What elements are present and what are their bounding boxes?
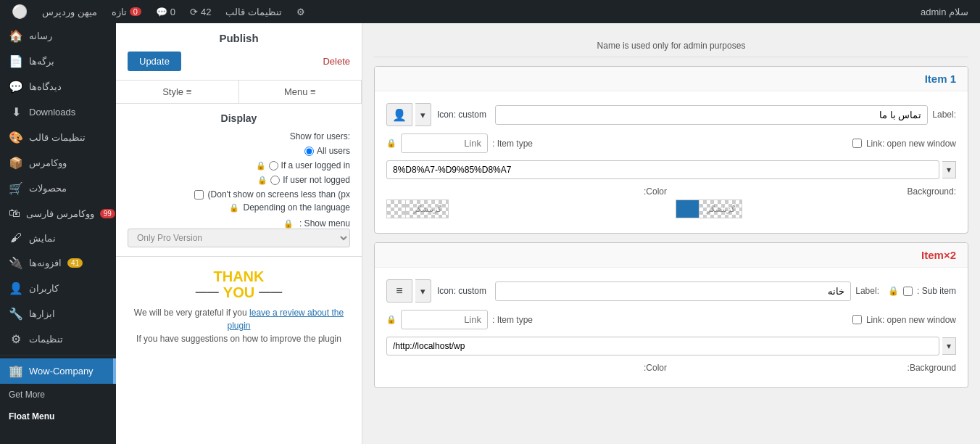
item-1-new-window-row: Link: open new window — [852, 139, 956, 149]
site-name[interactable]: میهن وردپرس — [36, 7, 103, 17]
item-1-bg-checker[interactable]: گزینشگر — [699, 200, 742, 218]
item-2-type-group: 🔒 : Item type — [386, 310, 844, 329]
wp-logo[interactable]: ⚪ — [6, 4, 33, 20]
info-bar: Name is used only for admin purposes — [374, 35, 968, 57]
item-1-type-input[interactable] — [401, 133, 488, 153]
sidebar-item-wow[interactable]: 🏢 Wow-Company — [0, 358, 116, 384]
sidebar-item-products[interactable]: 🛒 محصولات — [0, 176, 116, 201]
new-content[interactable]: تازه 0 — [106, 7, 147, 17]
item-2-icon-dropdown[interactable]: ▾ — [415, 279, 431, 303]
sidebar-label-theme: تنظیمات قالب — [29, 132, 86, 143]
update-button[interactable]: Update — [128, 52, 181, 71]
left-panel: Publish Update Delete Style ≡ Menu ≡ Dis… — [116, 23, 362, 444]
style-tab[interactable]: Style ≡ — [116, 81, 239, 103]
item-2-bg-label-group: :Background — [676, 363, 956, 373]
item-1-color-label: :Color — [386, 186, 667, 197]
sidebar-item-theme[interactable]: 🎨 تنظیمات قالب — [0, 125, 116, 150]
item-card-1: Item 1 👤 ▾ Icon: custom — [374, 66, 968, 234]
if-logged-radio[interactable] — [269, 161, 278, 170]
item-1-color-text[interactable]: گزینشگر — [405, 200, 449, 218]
delete-link[interactable]: Delete — [323, 56, 350, 67]
sidebar-label-comments: دیدگاه‌ها — [29, 81, 62, 92]
sidebar-label-wow: Wow-Company — [29, 366, 94, 377]
item-1-color-group: :Color گزینشگر — [386, 186, 667, 218]
if-not-logged-label[interactable]: 🔒 If user not logged — [257, 175, 350, 185]
new-count: 0 — [130, 7, 141, 16]
language-row: 🔒 Depending on the language — [128, 202, 350, 213]
item-1-icon-dropdown[interactable]: ▾ — [415, 103, 431, 126]
sub-item-checkbox[interactable] — [903, 287, 913, 296]
menu-tab[interactable]: Menu ≡ — [239, 81, 362, 103]
item-1-icon-btn[interactable]: 👤 — [386, 103, 412, 126]
item-1-label-input[interactable] — [495, 105, 928, 125]
item-2-icon-label: Icon: custom — [437, 286, 486, 296]
item-1-bg-blue[interactable] — [676, 200, 699, 218]
item-2-url-input[interactable] — [386, 337, 939, 355]
settings-icon: ⚙ — [9, 332, 23, 346]
style-menu-bar: Style ≡ Menu ≡ — [116, 81, 362, 104]
show-for-users-label: Show for users: — [290, 131, 350, 141]
sidebar-item-settings[interactable]: ⚙ تنظیمات — [0, 326, 116, 352]
item-1-color-swatch[interactable]: گزینشگر — [386, 200, 667, 218]
sidebar-item-woocommerce[interactable]: 📦 ووکامرس — [0, 150, 116, 176]
item-2-url-arrow[interactable]: ▾ — [942, 337, 956, 355]
item-2-type-row: 🔒 : Item type Link: open new window — [386, 310, 956, 329]
all-users-row: All users — [128, 146, 350, 156]
sidebar-item-tools[interactable]: 🔧 ابزارها — [0, 301, 116, 326]
item-2-new-window-row: Link: open new window — [852, 315, 956, 325]
dont-show-label: (Don't show on screens less than (px — [208, 189, 350, 200]
item-2-new-window-checkbox[interactable] — [852, 315, 862, 324]
dont-show-checkbox[interactable] — [194, 190, 204, 200]
sidebar-label-products: محصولات — [29, 183, 67, 194]
comments-link[interactable]: 💬 0 — [150, 7, 181, 17]
all-users-label[interactable]: All users — [304, 146, 350, 156]
item-1-bg-label: Background: — [676, 186, 956, 197]
item-2-color-label-group: :Color — [386, 363, 667, 373]
home-icon: 🏠 — [9, 29, 23, 43]
theme-icon: 🎨 — [9, 131, 23, 144]
sidebar-float-menu[interactable]: Float Menu — [0, 406, 116, 427]
if-logged-label[interactable]: 🔒 If a user logged in — [256, 160, 350, 170]
publish-actions: Update Delete — [128, 52, 350, 71]
sidebar-item-users[interactable]: 👤 کاربران — [0, 276, 116, 301]
wow-icon: 🏢 — [9, 364, 23, 378]
item-2-type-label: : Item type — [492, 315, 533, 325]
pro-version-select[interactable]: Only Pro Version — [128, 229, 350, 247]
dont-show-row: (Don't show on screens less than (px — [128, 189, 350, 200]
updates-link[interactable]: ⟳ 42 — [184, 7, 217, 17]
sidebar-get-more[interactable]: Get More — [0, 384, 116, 406]
theme-settings-link[interactable]: تنظیمات قالب — [220, 7, 288, 17]
item-1-new-window-checkbox[interactable] — [852, 139, 862, 148]
item-2-icon-btn[interactable]: ≡ — [386, 279, 412, 303]
sidebar-item-dashboard[interactable]: 🏠 رسانه — [0, 23, 116, 49]
page-wrap: 🏠 رسانه 📄 برگه‌ها 💬 دیدگاه‌ها ⬇ Download… — [0, 23, 980, 444]
theme-settings-icon[interactable]: ⚙ — [291, 7, 311, 17]
sidebar-label-users: کاربران — [29, 283, 59, 294]
admin-bar-right: ⚪ میهن وردپرس تازه 0 💬 0 ⟳ 42 تنظیمات قا… — [6, 4, 311, 20]
sub-item-row: 🔒 : Sub item — [888, 286, 956, 296]
admin-bar-left: admin سلام — [915, 7, 974, 17]
all-users-radio[interactable] — [304, 147, 314, 156]
appearance-icon: 🖌 — [9, 231, 23, 244]
thank-title: THANK —— YOU —— — [128, 268, 350, 300]
sidebar-item-posts[interactable]: 📄 برگه‌ها — [0, 49, 116, 74]
item-card-2: Item×2 ≡ ▾ Icon: custom — [374, 242, 968, 388]
sidebar-item-comments[interactable]: 💬 دیدگاه‌ها — [0, 74, 116, 99]
sidebar-label-appearance: نمایش — [29, 233, 56, 244]
item-1-color-checker[interactable] — [386, 200, 405, 218]
admin-name[interactable]: admin سلام — [915, 7, 974, 17]
item-2-label-input[interactable] — [495, 281, 851, 301]
item-1-url-input[interactable] — [386, 160, 939, 179]
sidebar-item-appearance[interactable]: 🖌 نمایش — [0, 226, 116, 250]
sub-item-lock-icon: 🔒 — [888, 286, 899, 296]
sidebar-item-plugins[interactable]: 🔌 افزونه‌ها 41 — [0, 250, 116, 276]
item-1-bg-swatch[interactable]: گزینشگر — [676, 200, 956, 218]
sidebar-item-woo-fa[interactable]: 🛍 ووکامرس فارسی 99 — [0, 201, 116, 226]
item-1-url-arrow[interactable]: ▾ — [942, 161, 956, 178]
item-2-type-input[interactable] — [401, 310, 488, 329]
sidebar-label-posts: برگه‌ها — [29, 56, 54, 67]
item-1-icon-picker: 👤 ▾ Icon: custom — [386, 103, 486, 126]
if-not-logged-radio[interactable] — [270, 176, 280, 185]
sidebar-item-downloads[interactable]: ⬇ Downloads — [0, 99, 116, 125]
sidebar-label-woo-fa: ووکامرس فارسی — [26, 208, 94, 219]
